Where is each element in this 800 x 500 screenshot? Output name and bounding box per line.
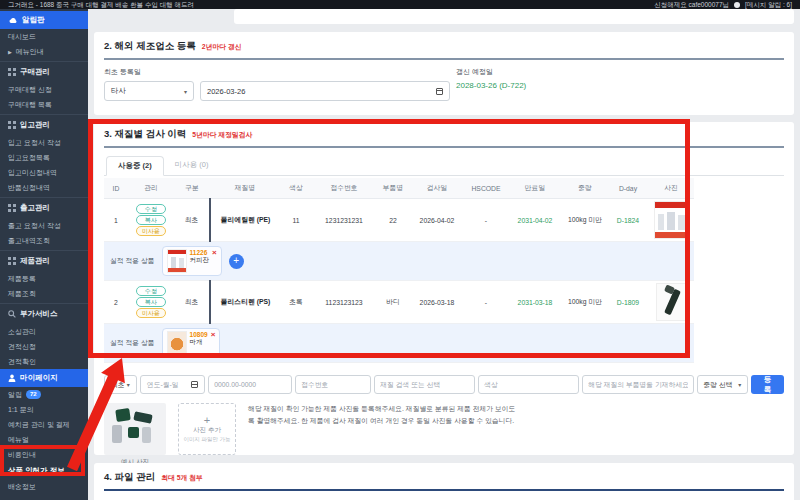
section3-title: 3. 재질별 검사 이력: [104, 128, 186, 141]
sidebar-section-purchase-mgmt[interactable]: 구매관리: [0, 61, 88, 82]
tab-unused[interactable]: 미사용 (0): [164, 156, 220, 175]
grid-icon: [8, 121, 16, 129]
calendar-icon: [191, 381, 198, 388]
sidebar-item-return-request-list[interactable]: 반품신청내역: [0, 180, 88, 195]
notification-count-badge: 72: [26, 390, 41, 399]
sidebar-item-mypage[interactable]: 마이페이지: [0, 369, 88, 387]
sidebar-item-product-license-info[interactable]: 상품 인허가 정보: [0, 462, 88, 479]
example-photo: [104, 403, 166, 455]
applied-product-card[interactable]: 11226 커피잔 ×: [162, 246, 222, 276]
sidebar-item-purchase-request[interactable]: 구매대행 신청: [0, 82, 88, 97]
section-overseas-manufacturer: 2. 해외 제조업소 등록 2년마다 갱신 최초 등록일 타사▾ 2026-03…: [94, 32, 794, 115]
section-material-inspection-history: 3. 재질별 검사 이력 5년마다 재정밀검사 사용중 (2) 미사용 (0) …: [94, 122, 794, 455]
plus-icon: +: [204, 415, 210, 425]
add-applied-product-button[interactable]: +: [229, 254, 244, 269]
company-type-select[interactable]: 타사▾: [104, 81, 194, 101]
set-unused-button[interactable]: 미사용: [136, 226, 166, 236]
copy-button[interactable]: 복사: [136, 297, 166, 307]
sidebar-item-deposit-payment[interactable]: 예치금 관리 및 결제: [0, 417, 88, 432]
sidebar-item-menu-guide[interactable]: ▶메뉴안내: [0, 44, 88, 59]
user-greeting[interactable]: 신청해제요 cafe000077님: [654, 0, 729, 9]
applied-products-row: 실적 적용 상품 10809 마개 ×: [104, 324, 694, 363]
calendar-icon: [436, 88, 443, 95]
inspection-photo-thumbnail[interactable]: [654, 201, 688, 239]
applied-product-card[interactable]: 10809 마개 ×: [162, 328, 221, 358]
sidebar-item-inbound-request-list[interactable]: 입고요청목록: [0, 150, 88, 165]
sidebar-item-outbound-history[interactable]: 출고내역조회: [0, 233, 88, 248]
sidebar-item-shipping-info[interactable]: 배송정보: [0, 479, 88, 494]
set-unused-button[interactable]: 미사용: [136, 308, 166, 318]
part-name-input[interactable]: [582, 375, 693, 394]
section3-reinspection-note: 5년마다 재정밀검사: [192, 130, 252, 140]
main-content: 2. 해외 제조업소 등록 2년마다 갱신 최초 등록일 타사▾ 2026-03…: [88, 9, 800, 500]
sidebar-item-outbound-request-form[interactable]: 출고 요청서 작성: [0, 218, 88, 233]
product-thumbnail: [167, 331, 187, 355]
sidebar-item-manual[interactable]: 메뉴얼: [0, 432, 88, 447]
section2-renewal-note: 2년마다 갱신: [202, 42, 242, 52]
sidebar-item-quote-confirm[interactable]: 견적확인: [0, 354, 88, 369]
product-name: 마개: [190, 338, 208, 347]
sidebar-item-dashboard[interactable]: 대시보드: [0, 29, 88, 44]
remove-product-icon[interactable]: ×: [211, 331, 216, 339]
test-date-input[interactable]: 연도-월-일: [140, 375, 205, 394]
grid-icon: [8, 257, 16, 265]
register-button[interactable]: 등록: [751, 375, 784, 394]
sidebar-item-product-register[interactable]: 제품등록: [0, 271, 88, 286]
photo-guide-text: 해당 재질이 확인 가능한 제품 사진을 등록해주세요. 재질별로 분류된 제품…: [248, 403, 520, 426]
chevron-down-icon: ▾: [127, 381, 130, 388]
sidebar-item-product-search[interactable]: 제품조회: [0, 286, 88, 301]
table-header-row: ID관리구분재질명색상접수번호부품명검사일HSCODE만료일중량D-day사진: [104, 178, 694, 199]
chevron-down-icon: ▾: [738, 381, 741, 388]
tab-in-use[interactable]: 사용중 (2): [106, 156, 164, 176]
sidebar-section-outbound-mgmt[interactable]: 출고관리: [0, 197, 88, 218]
inspection-photo-thumbnail[interactable]: [656, 283, 686, 321]
inspection-tabs: 사용중 (2) 미사용 (0): [104, 156, 784, 176]
edit-button[interactable]: 수정: [136, 204, 166, 214]
play-icon: ▶: [8, 49, 12, 55]
section4-limit-note: 최대 5개 첨부: [161, 473, 203, 483]
applied-products-label: 실적 적용 상품: [110, 256, 155, 266]
photo-upload-dropzone[interactable]: + 사진 추가 이미지 파일만 가능: [178, 403, 236, 455]
search-icon: [8, 310, 16, 318]
section2-title: 2. 해외 제조업소 등록: [104, 40, 196, 53]
sidebar-item-inquiry[interactable]: 1:1 문의: [0, 402, 88, 417]
sidebar-item-inbound-unrequested[interactable]: 입고미신청내역: [0, 165, 88, 180]
site-slogan: 그거래요 - 1688 중국 구매 대행 결제 배송 환불 수입 대행 해드려: [8, 0, 194, 9]
section2-divider: [104, 58, 784, 60]
sidebar-item-notice-board[interactable]: 알림판: [0, 11, 88, 29]
user-avatar-icon[interactable]: [734, 2, 740, 8]
type-select[interactable]: 최초▾: [104, 375, 137, 394]
material-search-input[interactable]: [374, 375, 475, 394]
weight-select[interactable]: 중량 선택▾: [697, 375, 749, 394]
color-input[interactable]: [478, 375, 579, 394]
person-icon: [8, 374, 16, 382]
remove-product-icon[interactable]: ×: [212, 249, 217, 257]
add-inspection-form: 최초▾ 연도-월-일 중량 선택▾ 등록: [104, 375, 784, 394]
section3-divider: [104, 146, 784, 148]
message-alert-link[interactable]: [메시지 알림 : 6]: [745, 0, 792, 9]
topbar: 그거래요 - 1688 중국 구매 대행 결제 배송 환불 수입 대행 해드려 …: [0, 0, 800, 9]
sidebar-item-inbound-request-form[interactable]: 입고 요청서 작성: [0, 135, 88, 150]
sidebar-item-pricing-guide[interactable]: 비용안내: [0, 447, 88, 462]
section-file-management: 4. 파일 관리 최대 5개 첨부: [94, 463, 794, 500]
edit-button[interactable]: 수정: [136, 286, 166, 296]
code-input[interactable]: [208, 375, 292, 394]
sidebar: 알림판 대시보드 ▶메뉴안내 구매관리 구매대행 신청 구매대행 목록 입고관리…: [0, 9, 88, 500]
first-registration-date-input[interactable]: 2026-03-26: [200, 81, 450, 101]
sidebar-section-extra-services[interactable]: 부가서비스: [0, 303, 88, 324]
renewal-due-label: 갱신 예정일: [456, 67, 526, 77]
applied-products-row: 실적 적용 상품 11226 커피잔 × +: [104, 242, 694, 281]
sidebar-item-notifications[interactable]: 알림72: [0, 387, 88, 402]
copy-button[interactable]: 복사: [136, 215, 166, 225]
sidebar-section-inbound-mgmt[interactable]: 입고관리: [0, 114, 88, 135]
product-thumbnail: [167, 249, 187, 273]
product-name: 커피잔: [190, 256, 210, 265]
grid-icon: [8, 204, 16, 212]
sidebar-item-quote-request[interactable]: 견적신청: [0, 339, 88, 354]
sidebar-item-purchase-list[interactable]: 구매대행 목록: [0, 97, 88, 112]
sidebar-section-product-mgmt[interactable]: 제품관리: [0, 250, 88, 271]
chevron-down-icon: ▾: [184, 88, 187, 95]
product-code: 11226: [190, 249, 210, 256]
receipt-no-input[interactable]: [295, 375, 371, 394]
sidebar-item-sourcing-mgmt[interactable]: 소싱관리: [0, 324, 88, 339]
